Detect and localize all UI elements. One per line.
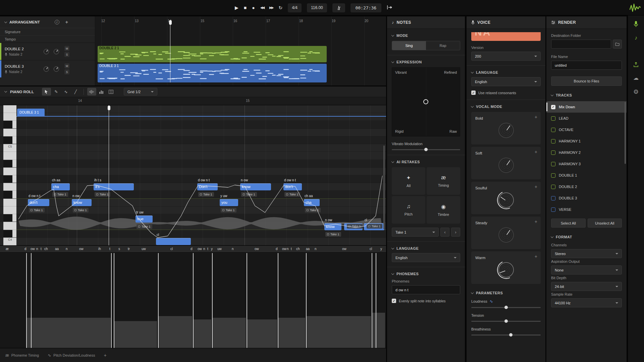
phoneme-token[interactable]: ih	[98, 247, 101, 251]
phoneme-token[interactable]: n	[66, 247, 68, 251]
split-syllables-row[interactable]: ✓ Evenly split note into syllables	[392, 299, 460, 303]
phoneme-token[interactable]: t	[291, 247, 292, 251]
collapse-mode-icon[interactable]	[391, 34, 394, 36]
slider-thumb[interactable]	[424, 148, 428, 151]
piano-key[interactable]	[3, 121, 16, 128]
collapse-vocal-mode-icon[interactable]	[471, 105, 474, 107]
piano-key[interactable]	[3, 222, 16, 230]
vocal-mode-knob[interactable]	[498, 123, 514, 138]
phoneme-token[interactable]: cl	[170, 247, 173, 251]
tracks-section-header[interactable]: TRACKS	[546, 86, 627, 100]
arrangement-clip-area[interactable]: 121314151617181920 DOUBLE 2 1 DOUBLE 3 1	[96, 16, 386, 85]
tempo-display[interactable]: 116.00	[307, 3, 327, 12]
line-tool[interactable]: ╱	[71, 88, 80, 96]
volume-knob[interactable]	[44, 66, 49, 72]
track-checkbox[interactable]: ✓	[551, 105, 555, 109]
piano-key[interactable]	[3, 160, 16, 168]
signature-row[interactable]: Signature	[0, 28, 95, 35]
collapse-format-icon[interactable]	[551, 235, 553, 238]
phoneme-token[interactable]: d	[24, 247, 26, 251]
expression-pad[interactable]: Vibrant Refined Rigid Raw	[392, 67, 460, 136]
retake-button[interactable]: ♫ Pitch	[392, 196, 425, 224]
mode-section-header[interactable]: MODE	[387, 29, 465, 40]
vocal-mode-knob[interactable]	[498, 262, 514, 278]
collapse-expression-icon[interactable]	[391, 60, 394, 63]
piano-key[interactable]	[3, 206, 16, 214]
voice-language-section-header[interactable]: LANGUAGE	[467, 66, 545, 77]
language-section-header[interactable]: LANGUAGE	[387, 242, 465, 253]
rewind-icon[interactable]: ◀◀	[260, 6, 264, 9]
mode-option[interactable]: Rap	[426, 41, 460, 50]
piano-key[interactable]	[3, 129, 16, 136]
checkbox-checked[interactable]: ✓	[392, 299, 396, 303]
phoneme-boundary-marker[interactable]	[247, 253, 247, 348]
phoneme-token[interactable]: aa	[306, 247, 310, 251]
phoneme-token[interactable]: ow	[31, 247, 35, 251]
phoneme-boundary-marker[interactable]	[114, 253, 114, 348]
tempo-row[interactable]: Tempo	[0, 35, 95, 43]
checkbox-checked[interactable]: ✓	[471, 90, 476, 95]
clip-double-3-1[interactable]: DOUBLE 3 1	[98, 64, 327, 82]
next-take-button[interactable]: ›	[451, 228, 460, 237]
arrangement-track[interactable]: DOUBLE 3 Natalie 2	[0, 60, 95, 77]
phonemes-input[interactable]: d ow n t	[392, 285, 460, 294]
piano-roll-ruler[interactable]: 1415	[0, 97, 386, 105]
add-editor-tab-icon[interactable]: +	[104, 353, 106, 358]
collapse-phonemes-icon[interactable]	[391, 272, 394, 275]
mute-button[interactable]: M	[64, 63, 69, 68]
voice-language-select[interactable]: English	[471, 77, 541, 86]
time-signature-display[interactable]: 4/4	[288, 3, 302, 12]
vocal-mode-knob[interactable]	[498, 192, 514, 208]
phoneme-token[interactable]: ow	[198, 247, 202, 251]
phoneme-boundary-marker[interactable]	[158, 253, 159, 348]
relaxed-consonants-row[interactable]: ✓ Use relaxed consonants	[471, 90, 541, 95]
track-checkbox[interactable]: ✓	[551, 196, 555, 200]
editor-tab[interactable]: æ Phoneme Timing	[5, 353, 39, 358]
browse-folder-button[interactable]	[613, 40, 622, 49]
collapse-language-icon[interactable]	[391, 246, 394, 249]
settings-gear-icon[interactable]: ⚙	[633, 89, 639, 95]
render-track-item[interactable]: ✓ DOUBLE 1	[546, 170, 627, 181]
piano-key[interactable]	[3, 214, 16, 222]
phoneme-token[interactable]: cl	[370, 247, 372, 251]
playhead-handle[interactable]	[169, 20, 172, 25]
pan-knob[interactable]	[54, 66, 59, 72]
waveform-view-toggle[interactable]	[87, 88, 96, 96]
phoneme-token[interactable]: tr	[128, 247, 130, 251]
pitch-curve[interactable]	[0, 105, 386, 245]
phonemes-section-header[interactable]: PHONEMES	[387, 267, 465, 279]
piano-key[interactable]	[3, 113, 16, 121]
unselect-all-button[interactable]: Unselect All	[588, 219, 622, 228]
render-track-item[interactable]: ✓ Mix Down	[546, 101, 627, 113]
vocal-mode-section-header[interactable]: VOCAL MODE	[467, 100, 545, 111]
parameter-slider[interactable]	[471, 307, 541, 308]
phoneme-boundary-marker[interactable]	[306, 253, 307, 348]
phoneme-token[interactable]: s	[118, 247, 120, 251]
tracks-scrollbar[interactable]	[625, 102, 626, 164]
phoneme-token[interactable]: y	[211, 247, 213, 251]
phoneme-token[interactable]: æ	[6, 247, 9, 251]
collapse-voice-language-icon[interactable]	[471, 70, 474, 73]
volume-knob[interactable]	[44, 49, 49, 54]
vibrato-modulation-slider[interactable]	[392, 149, 460, 150]
expression-control-point[interactable]	[423, 99, 428, 104]
collapse-tracks-icon[interactable]	[551, 93, 553, 96]
parameters-section-header[interactable]: PARAMETERS	[467, 286, 545, 298]
collapse-ai-retakes-icon[interactable]	[391, 160, 394, 163]
mode-option[interactable]: Sing	[392, 41, 426, 50]
collapse-arrangement-icon[interactable]	[4, 20, 7, 23]
music-library-icon[interactable]: ♪	[635, 35, 637, 41]
phoneme-token[interactable]: n	[315, 247, 317, 251]
piano-roll-grid[interactable]: DOUBLE 3 1 d ow n t don't Take 1 ch aa c…	[0, 105, 386, 245]
previous-take-button[interactable]: ‹	[440, 228, 449, 237]
phoneme-token[interactable]: uw	[217, 247, 222, 251]
phoneme-token[interactable]: ow	[79, 247, 84, 251]
track-checkbox[interactable]: ✓	[551, 207, 555, 212]
mute-button[interactable]: M	[64, 46, 69, 51]
voice-tab-mic-icon[interactable]	[634, 21, 638, 27]
draw-tool[interactable]: ✎	[52, 88, 61, 96]
piano-key[interactable]	[3, 105, 16, 113]
slider-thumb[interactable]	[504, 319, 508, 323]
version-select[interactable]: 200	[471, 52, 541, 61]
track-checkbox[interactable]: ✓	[551, 162, 555, 166]
